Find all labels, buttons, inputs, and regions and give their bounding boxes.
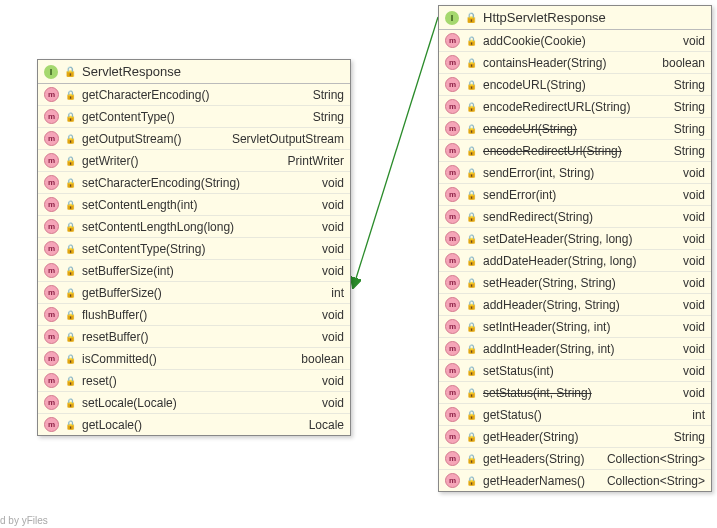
method-signature: addDateHeader(String, long): [483, 254, 677, 268]
lock-icon: 🔒: [466, 102, 477, 112]
method-signature: setLocale(Locale): [82, 396, 316, 410]
method-row: m🔒setStatus(int, String)void: [439, 381, 711, 403]
lock-icon: 🔒: [65, 310, 76, 320]
method-row: m🔒getContentType()String: [38, 105, 350, 127]
method-row: m🔒setStatus(int)void: [439, 359, 711, 381]
method-return-type: String: [313, 110, 344, 124]
method-signature: encodeURL(String): [483, 78, 668, 92]
method-icon: m: [445, 297, 460, 312]
lock-icon: 🔒: [65, 376, 76, 386]
method-row: m🔒setContentLengthLong(long)void: [38, 215, 350, 237]
class-name: ServletResponse: [82, 64, 181, 79]
method-row: m🔒setContentLength(int)void: [38, 193, 350, 215]
method-row: m🔒isCommitted()boolean: [38, 347, 350, 369]
method-row: m🔒getBufferSize()int: [38, 281, 350, 303]
method-icon: m: [445, 363, 460, 378]
method-row: m🔒setIntHeader(String, int)void: [439, 315, 711, 337]
method-row: m🔒addHeader(String, String)void: [439, 293, 711, 315]
method-return-type: String: [674, 430, 705, 444]
method-icon: m: [445, 451, 460, 466]
method-return-type: String: [674, 122, 705, 136]
method-signature: setStatus(int, String): [483, 386, 677, 400]
method-signature: getBufferSize(): [82, 286, 325, 300]
method-row: m🔒setContentType(String)void: [38, 237, 350, 259]
method-list: m🔒getCharacterEncoding()Stringm🔒getConte…: [38, 84, 350, 435]
method-icon: m: [44, 241, 59, 256]
lock-icon: 🔒: [465, 12, 477, 23]
method-signature: setContentType(String): [82, 242, 316, 256]
method-row: m🔒setHeader(String, String)void: [439, 271, 711, 293]
method-return-type: Collection<String>: [607, 452, 705, 466]
method-icon: m: [44, 351, 59, 366]
lock-icon: 🔒: [65, 244, 76, 254]
lock-icon: 🔒: [466, 256, 477, 266]
method-row: m🔒encodeURL(String)String: [439, 73, 711, 95]
method-signature: getStatus(): [483, 408, 686, 422]
method-icon: m: [44, 131, 59, 146]
method-icon: m: [44, 307, 59, 322]
method-return-type: void: [683, 254, 705, 268]
lock-icon: 🔒: [466, 80, 477, 90]
lock-icon: 🔒: [65, 134, 76, 144]
method-icon: m: [44, 285, 59, 300]
method-row: m🔒sendError(int)void: [439, 183, 711, 205]
method-return-type: void: [683, 188, 705, 202]
method-signature: setStatus(int): [483, 364, 677, 378]
arrow-line: [353, 17, 438, 288]
lock-icon: 🔒: [466, 168, 477, 178]
method-signature: setContentLengthLong(long): [82, 220, 316, 234]
lock-icon: 🔒: [65, 112, 76, 122]
method-signature: setHeader(String, String): [483, 276, 677, 290]
footer-credit: d by yFiles: [0, 515, 48, 526]
lock-icon: 🔒: [466, 322, 477, 332]
method-icon: m: [44, 175, 59, 190]
method-signature: getHeader(String): [483, 430, 668, 444]
method-return-type: void: [322, 176, 344, 190]
method-icon: m: [445, 341, 460, 356]
method-return-type: void: [322, 308, 344, 322]
method-icon: m: [445, 407, 460, 422]
method-return-type: void: [683, 210, 705, 224]
lock-icon: 🔒: [466, 388, 477, 398]
method-icon: m: [445, 275, 460, 290]
method-return-type: void: [683, 364, 705, 378]
lock-icon: 🔒: [466, 58, 477, 68]
method-icon: m: [44, 395, 59, 410]
method-return-type: PrintWriter: [288, 154, 344, 168]
method-row: m🔒addDateHeader(String, long)void: [439, 249, 711, 271]
method-signature: getContentType(): [82, 110, 307, 124]
method-return-type: String: [674, 144, 705, 158]
lock-icon: 🔒: [65, 354, 76, 364]
method-return-type: Collection<String>: [607, 474, 705, 488]
method-return-type: String: [674, 78, 705, 92]
method-return-type: void: [683, 166, 705, 180]
method-row: m🔒encodeRedirectURL(String)String: [439, 95, 711, 117]
method-signature: getWriter(): [82, 154, 282, 168]
method-row: m🔒resetBuffer()void: [38, 325, 350, 347]
method-signature: isCommitted(): [82, 352, 295, 366]
method-row: m🔒sendRedirect(String)void: [439, 205, 711, 227]
method-icon: m: [445, 319, 460, 334]
method-row: m🔒getStatus()int: [439, 403, 711, 425]
lock-icon: 🔒: [466, 366, 477, 376]
method-icon: m: [445, 55, 460, 70]
method-icon: m: [445, 143, 460, 158]
method-signature: resetBuffer(): [82, 330, 316, 344]
method-row: m🔒containsHeader(String)boolean: [439, 51, 711, 73]
lock-icon: 🔒: [466, 234, 477, 244]
method-icon: m: [44, 109, 59, 124]
lock-icon: 🔒: [65, 398, 76, 408]
method-return-type: void: [322, 220, 344, 234]
method-return-type: boolean: [662, 56, 705, 70]
method-return-type: int: [331, 286, 344, 300]
lock-icon: 🔒: [466, 124, 477, 134]
lock-icon: 🔒: [466, 146, 477, 156]
method-signature: getHeaderNames(): [483, 474, 601, 488]
method-icon: m: [44, 417, 59, 432]
method-icon: m: [44, 87, 59, 102]
lock-icon: 🔒: [65, 266, 76, 276]
class-header: I🔒HttpServletResponse: [439, 6, 711, 30]
method-row: m🔒setLocale(Locale)void: [38, 391, 350, 413]
method-row: m🔒sendError(int, String)void: [439, 161, 711, 183]
method-icon: m: [445, 77, 460, 92]
